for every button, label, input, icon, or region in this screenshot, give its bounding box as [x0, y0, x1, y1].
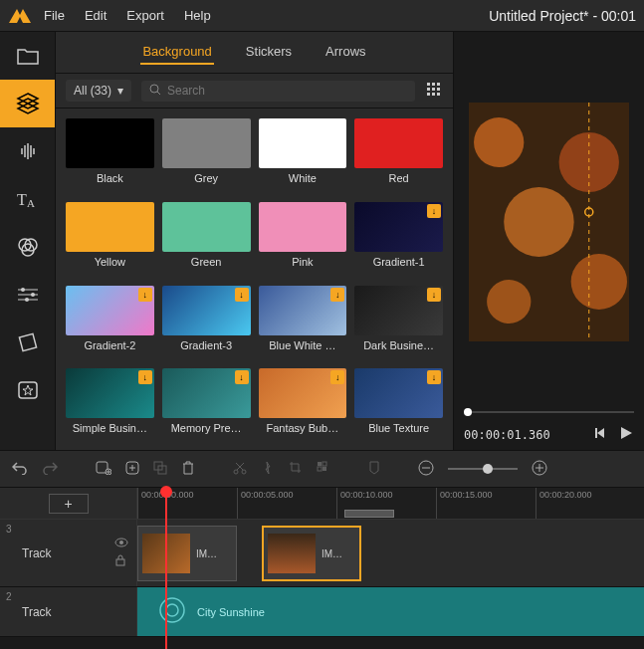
asset-label: Fantasy Bub…: [259, 422, 347, 434]
redo-button[interactable]: [42, 461, 58, 478]
preview-canvas[interactable]: [454, 32, 644, 411]
tab-stickers[interactable]: Stickers: [244, 40, 294, 65]
crop-button[interactable]: [289, 461, 303, 478]
asset-item[interactable]: Grey: [162, 118, 251, 190]
download-icon: ↓: [427, 204, 441, 218]
mosaic-button[interactable]: [317, 461, 330, 478]
asset-item[interactable]: ↓Dark Busine…: [354, 286, 443, 357]
marker-button[interactable]: [368, 461, 380, 478]
asset-item[interactable]: ↓Gradient-3: [162, 286, 251, 357]
sidebar-favorites[interactable]: [0, 366, 55, 414]
undo-button[interactable]: [12, 461, 28, 478]
asset-panel: Background Stickers Arrows All (33) ▾ Bl…: [56, 32, 454, 450]
lock-icon[interactable]: [114, 554, 128, 569]
zoom-slider[interactable]: [448, 468, 518, 470]
asset-item[interactable]: Green: [162, 202, 251, 274]
menu-export[interactable]: Export: [126, 8, 164, 23]
clip-label: IM…: [196, 548, 217, 559]
asset-item[interactable]: Red: [354, 118, 443, 190]
delete-button[interactable]: [181, 461, 195, 478]
svg-rect-26: [427, 93, 430, 96]
sidebar-filters[interactable]: [0, 223, 55, 271]
zoom-out-button[interactable]: [418, 460, 434, 479]
asset-label: Yellow: [66, 256, 154, 268]
tool-sidebar: TA: [0, 32, 56, 450]
asset-item[interactable]: Yellow: [66, 202, 154, 274]
sidebar-transitions[interactable]: [0, 271, 55, 319]
playhead-handle[interactable]: [160, 486, 172, 498]
video-clip[interactable]: IM…: [262, 526, 361, 581]
preview-controls: 00:00:01.360: [454, 419, 644, 450]
asset-item[interactable]: ↓Blue White …: [259, 286, 347, 357]
zoom-slider-thumb[interactable]: [483, 464, 493, 474]
playhead[interactable]: [165, 488, 167, 649]
menu-file[interactable]: File: [44, 8, 65, 23]
track-content-2[interactable]: City Sunshine: [137, 587, 644, 636]
search-box[interactable]: [141, 81, 415, 102]
asset-label: Gradient-2: [66, 339, 154, 351]
svg-rect-55: [322, 462, 326, 466]
asset-item[interactable]: ↓Blue Texture: [354, 368, 443, 440]
svg-point-13: [31, 293, 35, 297]
svg-rect-20: [427, 83, 430, 86]
asset-label: Red: [354, 172, 443, 184]
grid-view-button[interactable]: [425, 81, 443, 102]
svg-point-49: [234, 470, 238, 474]
tab-background[interactable]: Background: [140, 40, 213, 65]
track-number: 3: [6, 524, 12, 535]
sidebar-audio[interactable]: [0, 127, 55, 175]
asset-grid: BlackGreyWhiteRedYellowGreenPink↓Gradien…: [56, 108, 453, 450]
asset-item[interactable]: Black: [66, 118, 154, 190]
asset-item[interactable]: White: [259, 118, 347, 190]
asset-label: Gradient-3: [162, 339, 251, 351]
timeline-toolbar: [0, 450, 644, 488]
zoom-in-button[interactable]: [532, 460, 547, 479]
svg-point-67: [166, 604, 178, 616]
add-media-button[interactable]: [96, 461, 111, 478]
preview-scrubber[interactable]: [464, 411, 634, 413]
search-input[interactable]: [167, 84, 407, 98]
asset-thumb: ↓: [66, 368, 154, 418]
asset-item[interactable]: ↓Gradient-2: [66, 286, 154, 357]
asset-thumb: ↓: [66, 286, 154, 335]
svg-point-12: [21, 288, 25, 292]
add-track-button[interactable]: +: [49, 494, 89, 514]
scrubber-thumb[interactable]: [464, 408, 472, 416]
download-icon: ↓: [138, 370, 152, 384]
asset-thumb: ↓: [259, 368, 347, 418]
speed-button[interactable]: [261, 461, 275, 478]
app-logo: [8, 4, 32, 28]
track-content-3[interactable]: IM…IM…: [137, 520, 644, 586]
menu-edit[interactable]: Edit: [85, 8, 107, 23]
sidebar-media[interactable]: [0, 32, 55, 80]
asset-item[interactable]: ↓Memory Pre…: [162, 368, 251, 440]
svg-rect-24: [432, 88, 435, 91]
range-marker[interactable]: [344, 510, 394, 518]
timeline-ruler[interactable]: 00:00:00.00000:00:05.00000:00:10.00000:0…: [137, 488, 644, 519]
visibility-icon[interactable]: [114, 537, 128, 550]
menu-help[interactable]: Help: [184, 8, 211, 23]
sidebar-transform[interactable]: [0, 319, 55, 366]
asset-thumb: ↓: [354, 202, 443, 252]
play-button[interactable]: [618, 425, 634, 444]
asset-item[interactable]: Pink: [259, 202, 347, 274]
group-button[interactable]: [153, 461, 167, 478]
svg-point-34: [487, 280, 531, 324]
sidebar-text[interactable]: TA: [0, 175, 55, 223]
asset-item[interactable]: ↓Fantasy Bub…: [259, 368, 347, 440]
category-dropdown[interactable]: All (33) ▾: [66, 80, 131, 102]
svg-rect-21: [432, 83, 435, 86]
video-clip[interactable]: IM…: [137, 526, 237, 581]
svg-rect-54: [318, 462, 322, 466]
asset-thumb: [66, 202, 154, 252]
cut-button[interactable]: [233, 461, 247, 478]
add-button[interactable]: [125, 461, 139, 478]
audio-clip[interactable]: City Sunshine: [137, 587, 644, 636]
tab-arrows[interactable]: Arrows: [323, 40, 367, 65]
asset-item[interactable]: ↓Simple Busin…: [66, 368, 154, 440]
asset-item[interactable]: ↓Gradient-1: [354, 202, 443, 274]
prev-frame-button[interactable]: [594, 426, 608, 443]
sidebar-layers[interactable]: [0, 80, 55, 127]
svg-marker-39: [621, 427, 632, 439]
asset-label: Dark Busine…: [354, 339, 443, 351]
